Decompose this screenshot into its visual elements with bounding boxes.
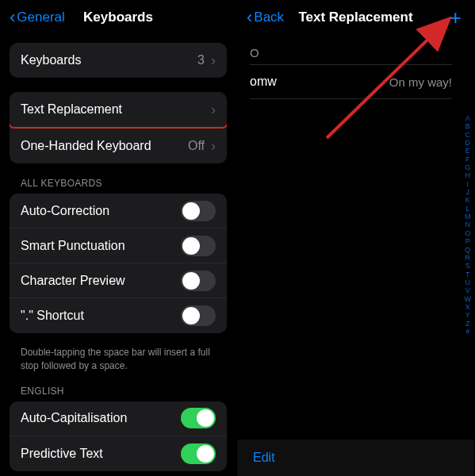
index-letter[interactable]: V — [465, 286, 470, 294]
index-letter[interactable]: T — [465, 271, 470, 278]
index-letter[interactable]: P — [465, 237, 470, 245]
chevron-right-icon: › — [211, 138, 216, 155]
footer-note: Double-tapping the space bar will insert… — [10, 340, 227, 386]
index-letter[interactable]: N — [465, 221, 471, 228]
english-group: Auto-Capitalisation Predictive Text — [10, 401, 227, 471]
index-letter[interactable]: E — [465, 147, 470, 155]
text-replacement-group: Text Replacement › One-Handed Keyboard O… — [10, 92, 227, 163]
auto-capitalisation-toggle[interactable] — [181, 408, 216, 428]
one-handed-value: Off — [188, 139, 205, 153]
keyboards-group: Keyboards 3 › — [10, 43, 227, 78]
index-letter[interactable]: A — [465, 114, 470, 122]
phrase-text: omw — [250, 75, 277, 89]
row-label: One-Handed Keyboard — [21, 139, 151, 153]
back-button[interactable]: ‹ Back — [247, 9, 284, 26]
index-letter[interactable]: K — [465, 196, 470, 204]
one-handed-row[interactable]: One-Handed Keyboard Off › — [10, 129, 227, 163]
index-letter[interactable]: L — [465, 205, 469, 213]
row-label: "." Shortcut — [21, 309, 84, 323]
smart-punctuation-toggle[interactable] — [181, 236, 216, 256]
index-letter[interactable]: Y — [465, 311, 470, 319]
add-button[interactable]: + — [446, 7, 465, 28]
keyboards-count: 3 — [197, 53, 205, 67]
auto-correction-row: Auto-Correction — [10, 194, 227, 228]
row-label: Character Preview — [21, 274, 125, 288]
index-letter[interactable]: C — [465, 131, 471, 139]
chevron-right-icon: › — [211, 52, 216, 69]
chevron-right-icon: › — [211, 102, 216, 118]
section-header-all: ALL KEYBOARDS — [10, 178, 227, 194]
auto-capitalisation-row: Auto-Capitalisation — [10, 401, 227, 436]
index-letter[interactable]: F — [465, 155, 470, 163]
nav-bar: ‹ General Keyboards — [0, 0, 236, 35]
index-letter[interactable]: O — [465, 229, 470, 237]
text-replacement-row[interactable]: Text Replacement › — [10, 92, 227, 127]
dot-shortcut-toggle[interactable] — [181, 305, 216, 326]
row-label: Keyboards — [21, 53, 82, 67]
character-preview-row: Character Preview — [10, 263, 227, 298]
keyboards-row[interactable]: Keyboards 3 › — [10, 43, 227, 78]
nav-bar: ‹ Back Text Replacement + — [237, 0, 474, 35]
settings-keyboards-screen: ‹ General Keyboards Keyboards 3 › Text R… — [0, 0, 237, 476]
index-letter[interactable]: X — [465, 303, 470, 311]
chevron-left-icon: ‹ — [10, 9, 15, 26]
index-letter[interactable]: R — [465, 254, 471, 262]
all-keyboards-group: Auto-Correction Smart Punctuation Charac… — [10, 194, 227, 333]
index-letter[interactable]: S — [465, 262, 470, 270]
index-letter[interactable]: Q — [465, 246, 470, 254]
dot-shortcut-row: "." Shortcut — [10, 298, 227, 333]
smart-punctuation-row: Smart Punctuation — [10, 228, 227, 263]
row-label: Text Replacement — [21, 102, 122, 117]
row-label: Predictive Text — [21, 447, 103, 461]
section-header-english: ENGLISH — [10, 386, 227, 401]
index-letter[interactable]: D — [465, 139, 471, 147]
back-label: Back — [254, 10, 284, 25]
index-letter[interactable]: Z — [465, 320, 470, 328]
index-letter[interactable]: W — [465, 295, 472, 303]
edit-button[interactable]: Edit — [237, 440, 474, 476]
section-letter: O — [250, 35, 452, 65]
text-replacement-screen: ‹ Back Text Replacement + O omw On my wa… — [237, 0, 474, 476]
index-letter[interactable]: U — [465, 278, 471, 286]
back-button[interactable]: ‹ General — [10, 9, 65, 26]
auto-correction-toggle[interactable] — [181, 201, 216, 221]
index-letter[interactable]: B — [465, 122, 470, 130]
row-label: Smart Punctuation — [21, 239, 125, 253]
index-letter[interactable]: I — [466, 180, 469, 188]
index-letter[interactable]: G — [465, 163, 470, 171]
highlight-annotation: Text Replacement › — [10, 92, 227, 129]
plus-icon: + — [450, 6, 462, 29]
row-label: Auto-Correction — [21, 204, 109, 218]
index-letter[interactable]: J — [466, 188, 470, 196]
index-letter[interactable]: M — [465, 213, 471, 221]
alphabet-index[interactable]: ABCDEFGHIJKLMNOPQRSTUVWXYZ# — [465, 114, 472, 336]
row-label: Auto-Capitalisation — [21, 411, 127, 425]
page-title: Keyboards — [83, 10, 153, 25]
predictive-text-toggle[interactable] — [181, 443, 216, 464]
page-title: Text Replacement — [298, 10, 412, 25]
shortcut-text: On my way! — [389, 75, 452, 89]
replacement-item[interactable]: omw On my way! — [250, 65, 452, 99]
back-label: General — [17, 10, 64, 25]
index-letter[interactable]: # — [465, 328, 469, 336]
predictive-text-row: Predictive Text — [10, 436, 227, 471]
chevron-left-icon: ‹ — [247, 9, 252, 26]
edit-label: Edit — [253, 451, 275, 464]
character-preview-toggle[interactable] — [181, 271, 216, 291]
index-letter[interactable]: H — [465, 171, 471, 179]
